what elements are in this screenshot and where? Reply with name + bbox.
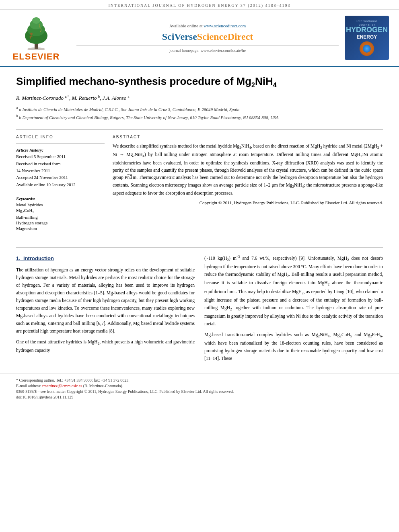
footnote-issn: 0360-3199/$ – see front matter Copyright… [16, 389, 383, 394]
sciverse-text: SciVerse [162, 31, 197, 42]
body-col-left: 1. Introduction The utilization of hydro… [16, 254, 195, 365]
journal-header-bar: INTERNATIONAL JOURNAL OF HYDROGEN ENERGY… [0, 0, 399, 10]
abstract-body: We describe a simplified synthesis metho… [113, 142, 383, 197]
homepage-label: journal homepage: www.elsevier.com/locat… [169, 48, 246, 53]
footer-area: * Corresponding author. Tel.: +34 91 334… [0, 374, 399, 404]
journal-badge: International Journal of HYDROGEN ENERGY [345, 16, 389, 60]
keyword-2: Mg2CoH5 [16, 208, 105, 214]
intro-para2: One of the most attractive hydrides is M… [16, 338, 195, 354]
sciverse-center: Available online at www.sciencedirect.co… [76, 14, 339, 62]
elsevier-wordmark: ELSEVIER [13, 51, 60, 62]
elsevier-logo-area: ELSEVIER [8, 14, 72, 62]
article-history-label: Article history: [16, 148, 105, 152]
revised-form-label: Received in revised form [16, 161, 105, 167]
received-date: Received 5 September 2011 [16, 154, 105, 160]
intro-para1: The utilization of hydrogen as an energy… [16, 266, 195, 335]
issn-text: 0360-3199/$ – see front matter Copyright… [16, 389, 234, 394]
info-abstract-section: ARTICLE INFO Article history: Received 5… [16, 129, 383, 239]
section-number: 1. [16, 255, 21, 261]
article-title: Simplified mechano-synthesis procedure o… [16, 75, 383, 89]
revised-date: 14 November 2011 [16, 168, 105, 174]
keyword-5: Magnesium [16, 226, 105, 231]
keyword-4: Hydrogen storage [16, 220, 105, 225]
email-label: E-mail address: [16, 384, 41, 388]
page-header: ELSEVIER Available online at www.science… [0, 10, 399, 67]
corresponding-author-text: * Corresponding author. Tel.: +34 91 334… [16, 378, 130, 382]
keyword-1: Metal hydrides [16, 202, 105, 207]
right-para2: Mg-based transition-metal complex hydrid… [204, 331, 383, 362]
abstract-panel: ABSTRACT We describe a simplified synthe… [113, 135, 383, 239]
affiliations-block: a a Instituto de Ciencia de Materiales d… [16, 105, 383, 121]
email-link[interactable]: rmartinez@icmm.csic.es [42, 384, 82, 388]
journal-badge-area: International Journal of HYDROGEN ENERGY [343, 14, 391, 62]
article-info-panel: ARTICLE INFO Article history: Received 5… [16, 135, 105, 239]
svg-point-6 [30, 33, 33, 35]
badge-emblem [360, 41, 374, 56]
sciencedirect-text: ScienceDirect [197, 31, 253, 42]
sciverse-logo: SciVerse ScienceDirect [162, 31, 253, 42]
body-two-column: 1. Introduction The utilization of hydro… [16, 254, 383, 365]
badge-inner-emblem [363, 45, 371, 53]
elsevier-tree-icon [16, 14, 56, 50]
elsevier-logo: ELSEVIER [8, 14, 64, 62]
keywords-label: Keywords: [16, 196, 105, 201]
body-col-right: (~110 kg(H2) m−3 and 7.6 wt.%, respectiv… [204, 254, 383, 365]
available-online-text: Available online at www.sciencedirect.co… [169, 23, 246, 28]
footnote-email: E-mail address: rmartinez@icmm.csic.es (… [16, 384, 383, 388]
badge-energy: ENERGY [357, 34, 377, 40]
main-content-area: Simplified mechano-synthesis procedure o… [0, 67, 399, 374]
info-divider-1 [16, 143, 105, 144]
affiliation-b: b b Department of Chemistry and Chemical… [16, 113, 383, 121]
svg-point-5 [32, 17, 40, 24]
badge-international: International [356, 20, 377, 23]
info-divider-2 [16, 192, 105, 192]
badge-hydrogen: HYDROGEN [346, 26, 388, 34]
article-info-heading: ARTICLE INFO [16, 135, 105, 139]
sciencedirect-url: www.sciencedirect.com [204, 23, 246, 28]
section-divider [16, 247, 383, 248]
footnote-doi: doi:10.1016/j.ijhydene.2011.11.129 [16, 395, 383, 399]
abstract-copyright: Copyright © 2011, Hydrogen Energy Public… [113, 200, 383, 205]
abstract-heading: ABSTRACT [113, 135, 383, 139]
doi-text: doi:10.1016/j.ijhydene.2011.11.129 [16, 395, 73, 399]
right-para1: (~110 kg(H2) m−3 and 7.6 wt.%, respectiv… [204, 254, 383, 327]
online-date: Available online 10 January 2012 [16, 182, 105, 188]
journal-homepage-text: journal homepage: www.elsevier.com/locat… [76, 45, 339, 53]
info-divider-3 [16, 235, 105, 235]
keyword-3: Ball-milling [16, 215, 105, 220]
journal-title: INTERNATIONAL JOURNAL OF HYDROGEN ENERGY… [108, 3, 290, 8]
accepted-date: Accepted 24 November 2011 [16, 175, 105, 181]
affiliation-a: a a Instituto de Ciencia de Materiales d… [16, 105, 383, 113]
intro-heading: 1. Introduction [16, 254, 195, 263]
keywords-list: Metal hydrides Mg2CoH5 Ball-milling Hydr… [16, 202, 105, 231]
svg-point-1 [27, 47, 45, 50]
authors-line: R. Martínez-Coronado a,*, M. Retuerto b,… [16, 94, 383, 101]
email-name-text: (R. Martínez-Coronado). [83, 384, 123, 388]
footnote-corresponding: * Corresponding author. Tel.: +34 91 334… [16, 378, 383, 382]
